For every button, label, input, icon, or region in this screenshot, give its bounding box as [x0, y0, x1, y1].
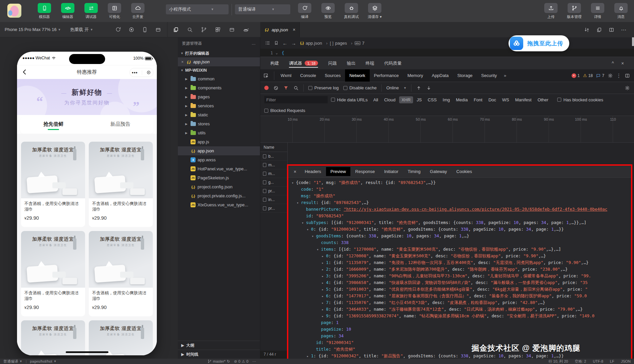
search-requests-icon[interactable] [293, 85, 299, 91]
statusbar-item[interactable]: 普通编译▼ [3, 359, 22, 364]
inspect-element-icon[interactable] [263, 73, 269, 78]
export-har-icon[interactable] [426, 85, 431, 91]
filter-input[interactable] [264, 96, 328, 103]
request-row[interactable]: b... [260, 152, 287, 161]
devtools-tab-appdata[interactable]: AppData [427, 69, 453, 82]
file-pageskeleton-js[interactable]: JSPageSkeleton.js [178, 173, 260, 182]
nav-back-icon[interactable]: ← [282, 40, 288, 46]
stop-icon[interactable] [128, 27, 134, 33]
devtools-tab-performance[interactable]: Performance [370, 69, 403, 82]
disable-cache-checkbox[interactable]: Disable cache [343, 85, 377, 90]
collapse-arrow-icon[interactable]: ▸ [322, 253, 326, 260]
statusbar-info[interactable]: UTF-8 [593, 359, 603, 363]
expand-arrow-icon[interactable]: ▾ [302, 220, 306, 226]
explorer-more-button[interactable]: … [252, 41, 256, 46]
open-editor-item[interactable]: ×{..}app.json [178, 57, 260, 66]
reload-icon[interactable] [115, 27, 121, 33]
folder-stores[interactable]: ▶stores [178, 119, 260, 128]
devtools-tab-console[interactable]: Console [296, 69, 321, 82]
editor-button[interactable]: </>编辑器 [58, 3, 77, 19]
breadcrumb-node[interactable]: pages [335, 41, 347, 46]
phone-icon[interactable] [142, 27, 148, 33]
folder-pages[interactable]: ▶pages [178, 92, 260, 101]
git-branch-indicator[interactable]: master* ↻ [208, 359, 230, 364]
collapse-arrow-icon[interactable]: ▸ [322, 300, 326, 306]
request-row[interactable]: pr... [260, 187, 287, 195]
debug-tab-问题[interactable]: 问题 [328, 57, 337, 69]
branch-icon[interactable] [201, 27, 207, 33]
devtools-tab-network[interactable]: Network [345, 69, 370, 82]
filter-pill-js[interactable]: JS [414, 96, 424, 103]
statusbar-item[interactable]: pages/hot/hot▼ [30, 359, 57, 363]
problems-indicator[interactable]: ⊘0 ⚠0 [234, 359, 248, 364]
preview-tab-cookies[interactable]: Cookies [452, 167, 477, 176]
details-button[interactable]: 详情 [588, 3, 607, 19]
collapse-arrow-icon[interactable]: ▸ [322, 286, 326, 293]
folder-services[interactable]: ▶services [178, 101, 260, 110]
editor-scrollbar[interactable] [632, 37, 634, 46]
clear-requests-icon[interactable] [273, 85, 279, 91]
json-line[interactable]: page: 1 [288, 319, 631, 326]
fold-chevron-icon[interactable]: ⌄ [276, 51, 282, 55]
json-line[interactable]: ▸1: {id: "1135079", name: "免浸泡，12种谷物一次同享… [288, 259, 631, 266]
window-icon[interactable] [155, 27, 161, 33]
clear-cache-button[interactable]: 清缓存 ▾ [365, 3, 384, 19]
section-时间线[interactable]: ▶时间线 [178, 350, 260, 359]
request-row[interactable]: in... [260, 195, 287, 204]
collapse-arrow-icon[interactable]: ▸ [322, 273, 326, 280]
collapse-arrow-icon[interactable]: ▸ [322, 260, 326, 266]
json-line[interactable]: ▸0: {id: "1270008", name: "黄金玉粟粥米500克", … [288, 253, 631, 259]
preview-tab-gateway[interactable]: Gateway [425, 167, 451, 176]
cloud-dev-button[interactable]: 云开发 [128, 3, 147, 19]
debug-tab-调试器[interactable]: 调试器1, 18 [289, 57, 318, 69]
request-row[interactable]: pr... [260, 204, 287, 213]
status-more-icon[interactable]: ⋯ [252, 359, 256, 364]
expand-arrow-icon[interactable]: ▾ [297, 200, 301, 206]
visualizer-button[interactable]: 可视化 [105, 3, 124, 19]
bookmark-icon[interactable] [274, 40, 279, 46]
compare-icon[interactable] [584, 27, 590, 33]
collapse-arrow-icon[interactable]: ▸ [322, 266, 326, 273]
more-icon[interactable]: ⋯ [621, 27, 627, 33]
statusbar-info[interactable]: LF [610, 359, 614, 363]
copy-icon[interactable] [173, 27, 179, 33]
collapse-arrow-icon[interactable]: ▸ [322, 306, 326, 313]
close-target-icon[interactable] [146, 70, 151, 75]
json-line[interactable]: ▾0: {id: "912000341", title: "抢先尝鲜", goo… [288, 226, 631, 233]
json-line[interactable]: ▾items: [{id: "1270008", name: "黄金玉粟粥米50… [288, 246, 631, 253]
debug-tab-构建[interactable]: 构建 [270, 57, 279, 69]
json-line[interactable]: ▾subTypes: [{id: "912000341", title: "抢先… [288, 219, 631, 226]
split-icon[interactable] [609, 27, 614, 33]
breadcrumb-index[interactable]: 7 [362, 41, 364, 46]
json-line[interactable]: ▸2: {id: "1666009", name: "多米尼加陈年朗姆酒700毫… [288, 266, 631, 273]
code-line-1[interactable]: 1 ⌄ { [260, 49, 634, 57]
filter-pill-all[interactable]: All [371, 96, 380, 103]
preview-tab-response[interactable]: Response [351, 167, 379, 176]
preview-tab-timing[interactable]: Timing [403, 167, 425, 176]
nav-forward-icon[interactable]: → [291, 40, 296, 46]
filter-pill-img[interactable]: Img [440, 96, 452, 103]
request-row[interactable]: g... [260, 178, 287, 187]
json-line[interactable]: id: "897682543" [288, 213, 631, 219]
filter-pill-manifest[interactable]: Manifest [513, 96, 534, 103]
json-line[interactable]: code: "1" [288, 186, 631, 193]
json-line[interactable]: ▸1: {id: "912000342", title: "新品预告", goo… [288, 353, 631, 359]
window-icon[interactable] [229, 27, 235, 33]
filter-pill-xhr[interactable]: XHR [399, 96, 413, 103]
json-line[interactable]: ▾result: {id: "897682543",…} [288, 199, 631, 206]
devtools-settings-icon[interactable] [608, 73, 613, 78]
filter-pill-css[interactable]: CSS [425, 96, 439, 103]
close-preview-icon[interactable]: × [290, 169, 300, 174]
close-icon[interactable]: × [181, 60, 184, 64]
remote-debug-button[interactable]: 真机调试 [342, 3, 361, 19]
file-project-config-json[interactable]: {..}project.config.json [178, 182, 260, 191]
json-line[interactable]: ▸7: {id: "1135076", name: "红小豆450克*3袋", … [288, 299, 631, 306]
statusbar-info[interactable]: 空格: 2 [575, 359, 586, 364]
folder-utils[interactable]: ▶utils [178, 128, 260, 137]
more-icon[interactable]: ••• [132, 71, 138, 74]
blocked-requests-checkbox[interactable]: Blocked Requests [264, 108, 305, 113]
upload-button[interactable]: 上传 [541, 3, 561, 19]
network-timeline[interactable]: 10 ms20 ms30 ms40 ms50 ms60 ms70 ms80 ms… [260, 116, 634, 143]
folder-common[interactable]: ▶common [178, 74, 260, 83]
panel-close-icon[interactable]: × [621, 61, 624, 66]
